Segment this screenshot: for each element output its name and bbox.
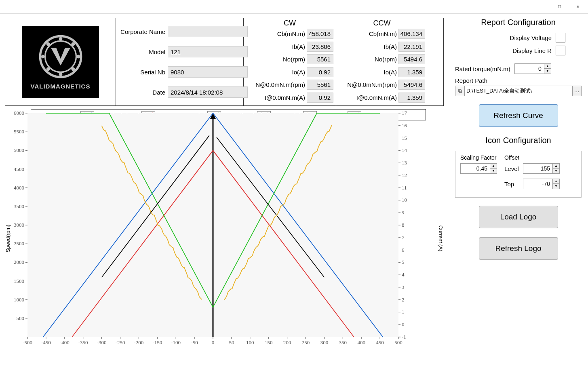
level-input[interactable] <box>523 163 553 174</box>
svg-point-7 <box>71 42 75 46</box>
level-label: Level <box>504 165 523 172</box>
display-voltage-checkbox[interactable] <box>556 33 565 42</box>
cw-row-5-label: I@0.0mN.m(A) <box>244 94 307 101</box>
svg-point-3 <box>59 72 62 76</box>
y-axis-right-label: Current (A) <box>438 225 444 251</box>
ccw-row-3-value[interactable] <box>398 67 425 77</box>
refresh-logo-button[interactable]: Refresh Logo <box>479 237 558 260</box>
title-bar: — ☐ ✕ <box>0 0 588 14</box>
svg-point-9 <box>71 67 75 71</box>
close-button[interactable]: ✕ <box>569 1 587 13</box>
svg-point-6 <box>46 42 50 46</box>
svg-point-2 <box>59 37 62 40</box>
ccw-row-4-value[interactable] <box>398 80 425 90</box>
ccw-row-3-label: Io(A) <box>336 69 398 76</box>
scaling-factor-label: Scaling Factor <box>460 154 497 161</box>
cw-row-0-value[interactable] <box>307 29 333 39</box>
chart-canvas <box>5 109 417 352</box>
display-voltage-label: Display Voltage <box>510 34 556 41</box>
ccw-row-0-value[interactable] <box>398 29 425 39</box>
ccw-row-0-label: Cb(mN.m) <box>336 30 398 37</box>
display-line-r-checkbox[interactable] <box>556 46 565 55</box>
cw-row-4-value[interactable] <box>307 80 333 90</box>
maximize-button[interactable]: ☐ <box>550 1 569 13</box>
offset-label: Offset <box>504 154 560 161</box>
report-config-title: Report Configuration <box>455 18 582 27</box>
cw-row-2-label: No(rpm) <box>244 56 307 63</box>
cw-row-1-value[interactable] <box>307 42 333 52</box>
cw-row-5-value[interactable] <box>307 93 333 103</box>
ccw-row-1-value[interactable] <box>398 42 425 52</box>
cw-row-0-label: Cb(mN.m) <box>244 30 307 37</box>
ccw-row-2-value[interactable] <box>398 54 425 64</box>
browse-button[interactable]: ... <box>573 86 582 96</box>
report-path-label: Report Path <box>455 77 582 84</box>
load-logo-button[interactable]: Load Logo <box>479 206 558 228</box>
icon-config-title: Icon Configuration <box>455 136 582 145</box>
display-line-r-label: Display Line R <box>512 47 556 54</box>
corp-name-label: Corporate Name <box>119 28 168 35</box>
serial-input[interactable] <box>168 66 248 78</box>
serial-label: Serial Nb <box>119 69 168 76</box>
ccw-row-5-label: I@0.0mN.m(A) <box>336 94 398 101</box>
svg-point-0 <box>40 36 81 77</box>
rated-torque-stepper[interactable]: ▲▼ <box>544 63 551 74</box>
refresh-curve-button[interactable]: Refresh Curve <box>479 104 558 127</box>
ccw-row-2-label: No(rpm) <box>336 56 398 63</box>
cw-row-3-value[interactable] <box>307 67 333 77</box>
minimize-button[interactable]: — <box>531 1 550 13</box>
svg-point-4 <box>41 55 44 58</box>
logo: VALIDMAGNETICS <box>22 26 99 98</box>
svg-point-5 <box>76 55 80 58</box>
date-label: Date <box>119 89 168 96</box>
folder-icon: ⧉ <box>455 86 465 96</box>
ccw-row-1-label: Ib(A) <box>336 43 398 50</box>
date-input[interactable] <box>168 86 248 98</box>
report-path-input[interactable] <box>465 86 573 96</box>
svg-point-8 <box>46 67 50 71</box>
rated-torque-label: Rated torque(mN.m) <box>455 65 514 72</box>
ccw-header: CCW <box>336 18 428 27</box>
ccw-row-4-label: N@0.0mN.m(rpm) <box>336 81 398 88</box>
model-input[interactable] <box>168 46 248 57</box>
rated-torque-input[interactable] <box>514 63 544 74</box>
corp-name-input[interactable] <box>168 26 248 37</box>
model-label: Model <box>119 48 168 55</box>
scaling-factor-input[interactable] <box>460 163 490 174</box>
ccw-row-5-value[interactable] <box>398 93 425 103</box>
cw-header: CW <box>244 18 336 27</box>
top-label: Top <box>504 181 523 188</box>
top-input[interactable] <box>523 179 553 189</box>
cw-row-3-label: Io(A) <box>244 69 307 76</box>
cw-row-1-label: Ib(A) <box>244 43 307 50</box>
svg-point-1 <box>45 41 76 72</box>
cw-row-2-value[interactable] <box>307 54 333 64</box>
cw-row-4-label: N@0.0mN.m(rpm) <box>244 81 307 88</box>
info-panel: VALIDMAGNETICS Corporate Name Model Seri… <box>5 18 444 106</box>
